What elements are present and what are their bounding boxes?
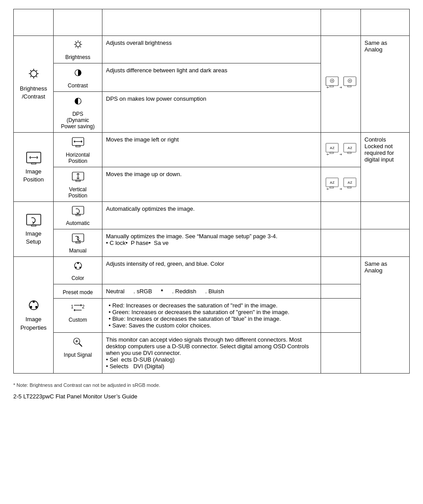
vertical-icon (71, 171, 85, 183)
automatic-desc: Automatically optimizes the image. (102, 202, 321, 229)
svg-rect-41 (348, 152, 351, 154)
svg-point-66 (77, 262, 79, 264)
image-properties-label: ImageProperties (17, 315, 50, 331)
svg-line-74 (79, 343, 82, 346)
svg-line-8 (30, 76, 31, 77)
custom-list: Red: Increases or decreases the saturati… (109, 302, 317, 329)
preset-separator1: . sRGB (133, 288, 152, 295)
svg-point-68 (79, 267, 81, 268)
svg-rect-31 (31, 163, 36, 164)
preset-star: * (161, 288, 163, 295)
custom-list-item-blue: Blue: Increases or decreases the saturat… (109, 315, 317, 322)
table-row-brightness: Brightness /Contrast B (14, 36, 410, 63)
svg-point-21 (331, 80, 333, 82)
image-setup-main-icon (26, 213, 42, 228)
svg-text:1: 1 (71, 304, 74, 309)
preset-neutral: Neutral (106, 288, 125, 295)
svg-point-0 (31, 71, 37, 77)
svg-rect-24 (348, 86, 351, 87)
custom-list-item-save: Save: Saves the custom color choices. (109, 322, 317, 329)
manual-sub-label: Manual (57, 248, 98, 254)
svg-line-16 (80, 42, 81, 43)
brightness-sub-label: Brightness (57, 54, 98, 60)
custom-desc: Red: Increases or decreases the saturati… (102, 299, 321, 333)
svg-rect-19 (330, 86, 333, 87)
preset-separator2: . Reddish (172, 288, 196, 295)
svg-line-17 (75, 46, 76, 47)
dps-sub-label: DPS (Dynamic Power saving) (57, 111, 98, 130)
svg-line-15 (80, 46, 81, 47)
svg-text:AZ: AZ (329, 146, 334, 150)
vposition-desc: Moves the image up or down. (102, 167, 321, 202)
manual-icon (71, 233, 85, 244)
contrast-desc: Adjusts difference between light and dar… (102, 63, 321, 92)
svg-text:AZ: AZ (347, 181, 352, 185)
custom-list-item-green: Green: Increases or decreases the satura… (109, 309, 317, 315)
input-signal-icon (71, 336, 85, 349)
automatic-icon (71, 205, 85, 217)
svg-rect-37 (330, 152, 333, 154)
manual-desc: Manually optimizes the image. See “Manua… (102, 229, 321, 257)
svg-rect-55 (27, 214, 41, 225)
image-properties-digital-note: Same asAnalog (364, 260, 387, 274)
brightness-contrast-label: Brightness /Contrast (17, 85, 50, 101)
image-position-main-icon (26, 150, 42, 166)
svg-rect-45 (76, 180, 80, 181)
page-container: Brightness /Contrast B (13, 9, 410, 400)
preset-separator3: . Bluish (205, 288, 224, 295)
color-icon (71, 260, 85, 272)
brightness-icon (71, 39, 85, 51)
table-row-input-signal: Input Signal This monitor can accept vid… (14, 333, 410, 374)
table-row-manual: Manual Manually optimizes the image. See… (14, 229, 410, 257)
dps-desc: DPS on makes low power consumption (102, 92, 321, 133)
svg-text:AZ: AZ (347, 146, 352, 150)
svg-point-62 (32, 301, 35, 303)
svg-line-14 (75, 42, 76, 43)
main-table: Brightness /Contrast B (13, 9, 410, 374)
svg-point-64 (35, 306, 37, 308)
preset-row: Neutral . sRGB * . Reddish . Bluish (106, 288, 317, 295)
color-sub-label: Color (57, 275, 98, 281)
table-row-hposition: ImagePosition HorizontalPosition Moves t… (14, 133, 410, 167)
image-position-label: ImagePosition (17, 168, 50, 184)
table-row-header (14, 9, 410, 36)
page-footer: 2-5 LT2223pwC Flat Panel Monitor User’s … (13, 393, 410, 400)
brightness-digital-note: Same asAnalog (364, 39, 387, 53)
contrast-sub-label: Contrast (57, 83, 98, 89)
brightness-btn-icons (325, 76, 356, 88)
image-position-digital-note: ControlsLocked notrequired fordigital in… (364, 136, 394, 163)
table-row-automatic: ImageSetup Automatic Automatically optim… (14, 202, 410, 229)
svg-text:AZ: AZ (329, 181, 334, 185)
preset-mode-label: Preset mode (63, 289, 93, 295)
automatic-sub-label: Automatic (57, 220, 98, 226)
dps-icon (71, 95, 85, 108)
svg-rect-58 (76, 214, 80, 216)
svg-point-26 (349, 80, 350, 82)
contrast-icon (71, 67, 85, 79)
svg-line-5 (30, 70, 31, 71)
custom-list-item-red: Red: Increases or decreases the saturati… (109, 302, 317, 309)
svg-point-9 (76, 42, 80, 47)
horizontal-sub-label: HorizontalPosition (57, 152, 98, 164)
table-row-color: ImageProperties Color Adjusts intensity … (14, 257, 410, 284)
brightness-desc: Adjusts overall brightness (102, 36, 321, 63)
hposition-btn-icons: AZ AZ (325, 143, 356, 155)
custom-icon: 1 2 (70, 302, 86, 314)
input-signal-sub-label: Input Signal (57, 352, 98, 358)
horizontal-icon (71, 136, 85, 149)
svg-rect-59 (72, 234, 84, 242)
svg-line-7 (36, 70, 37, 71)
input-signal-desc: This monitor can accept video signals th… (102, 333, 321, 374)
svg-line-6 (36, 76, 37, 77)
svg-text:2: 2 (82, 304, 85, 309)
footnote: * Note: Brightness and Contrast can not … (13, 382, 410, 388)
image-properties-main-icon (26, 298, 42, 314)
preset-desc: Neutral . sRGB * . Reddish . Bluish (102, 284, 321, 299)
vertical-sub-label: VerticalPosition (57, 186, 98, 199)
brightness-contrast-icon (25, 67, 43, 83)
table-row-custom: 1 2 Custom Red: Increases or decreases t… (14, 299, 410, 333)
custom-sub-label: Custom (57, 317, 98, 323)
svg-rect-48 (330, 187, 333, 188)
color-desc: Adjusts intensity of red, green, and blu… (102, 257, 321, 284)
svg-point-67 (75, 267, 77, 268)
